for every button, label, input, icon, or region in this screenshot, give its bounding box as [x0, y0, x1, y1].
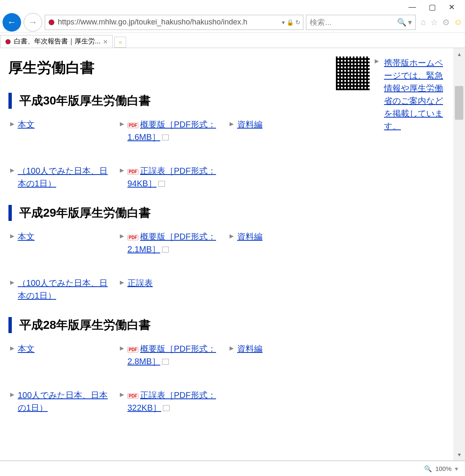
link-grid: ▶本文▶PDF概要版［PDF形式：2.8MB］▶資料編▶100人でみた日本、日本… [10, 342, 441, 414]
search-dropdown-icon[interactable]: ▾ [408, 18, 412, 27]
content-link[interactable]: 正誤表［PDF形式：322KB］ [127, 390, 216, 412]
vertical-scrollbar[interactable]: ▴ ▾ [453, 48, 465, 460]
triangle-icon: ▶ [375, 58, 379, 64]
zoom-dropdown-icon[interactable]: ▾ [455, 465, 458, 473]
search-bar[interactable]: 検索... 🔍 ▾ [306, 15, 416, 30]
pdf-icon: PDF [127, 347, 138, 352]
dropdown-icon[interactable]: ▾ [282, 19, 285, 26]
new-tab-button[interactable]: ▫ [114, 37, 126, 48]
list-item: ▶PDF正誤表［PDF形式：322KB］ [120, 389, 221, 414]
refresh-icon[interactable]: ↻ [295, 19, 300, 26]
list-item: ▶本文 [10, 230, 111, 255]
list-item: ▶PDF概要版［PDF形式：2.1MB］ [120, 230, 221, 255]
home-icon[interactable]: ⌂ [421, 17, 426, 27]
list-item: ▶正誤表 [120, 277, 221, 302]
triangle-icon: ▶ [10, 167, 14, 173]
triangle-icon: ▶ [120, 345, 124, 351]
content-link[interactable]: 概要版［PDF形式：2.1MB］ [127, 232, 216, 254]
new-window-icon [163, 247, 169, 253]
pdf-icon: PDF [127, 169, 138, 175]
new-window-icon [163, 135, 169, 140]
close-tab-icon[interactable]: ✕ [103, 38, 108, 45]
search-icon[interactable]: 🔍 [397, 18, 406, 27]
tab-strip: 白書、年次報告書｜厚生労... ✕ ▫ [0, 33, 465, 48]
content-link[interactable]: 資料編 [237, 120, 262, 129]
list-item: ▶（100人でみた日本、日本の1日） [10, 164, 111, 190]
list-item: ▶PDF正誤表［PDF形式：94KB］ [120, 164, 221, 190]
triangle-icon: ▶ [10, 121, 14, 127]
list-item: ▶本文 [10, 118, 111, 143]
forward-button[interactable]: → [24, 13, 42, 32]
content-link[interactable]: 資料編 [237, 344, 262, 353]
new-window-icon [163, 360, 169, 365]
list-item [230, 389, 331, 414]
content-link[interactable]: 本文 [18, 120, 35, 129]
triangle-icon: ▶ [120, 279, 124, 285]
triangle-icon: ▶ [120, 391, 124, 398]
sidebar-mobile-link: ▶ 携帯版ホームページでは、緊急情報や厚生労働省のご案内などを掲載しています。 [336, 56, 446, 132]
qr-code [336, 56, 370, 90]
scroll-up-icon[interactable]: ▴ [458, 51, 461, 57]
list-item: ▶資料編 [230, 230, 331, 255]
content-link[interactable]: （100人でみた日本、日本の1日） [18, 278, 108, 300]
search-placeholder: 検索... [310, 17, 397, 27]
new-window-icon [159, 182, 165, 187]
active-tab[interactable]: 白書、年次報告書｜厚生労... ✕ [0, 35, 113, 48]
list-item: ▶本文 [10, 342, 111, 368]
pdf-icon: PDF [127, 235, 138, 240]
list-item: ▶PDF概要版［PDF形式：1.6MB］ [120, 118, 221, 143]
triangle-icon: ▶ [120, 167, 124, 173]
section-heading: 平成28年版厚生労働白書 [8, 317, 441, 333]
scroll-down-icon[interactable]: ▾ [458, 451, 461, 458]
close-window-button[interactable]: ✕ [449, 3, 455, 12]
mobile-site-link[interactable]: 携帯版ホームページでは、緊急情報や厚生労働省のご案内などを掲載しています。 [384, 56, 446, 132]
url-text: https://www.mhlw.go.jp/toukei_hakusho/ha… [58, 18, 280, 27]
content-link[interactable]: 本文 [18, 232, 35, 241]
content-link[interactable]: 資料編 [237, 232, 262, 241]
list-item: ▶資料編 [230, 342, 331, 368]
back-button[interactable]: ← [3, 13, 21, 32]
triangle-icon: ▶ [230, 233, 234, 239]
list-item: ▶100人でみた日本、日本の1日） [10, 389, 111, 414]
settings-icon[interactable]: ⚙ [442, 17, 450, 27]
pdf-icon: PDF [127, 123, 138, 128]
zoom-level: 100% [435, 465, 451, 472]
content-link[interactable]: 正誤表［PDF形式：94KB］ [127, 166, 216, 188]
content-link[interactable]: 概要版［PDF形式：2.8MB］ [127, 344, 216, 366]
triangle-icon: ▶ [120, 233, 124, 239]
triangle-icon: ▶ [120, 121, 124, 127]
status-bar: 🔍 100% ▾ [0, 461, 465, 476]
section-heading: 平成29年版厚生労働白書 [8, 205, 441, 221]
site-favicon [48, 19, 55, 26]
feedback-icon[interactable]: ☺ [454, 17, 462, 27]
new-window-icon [164, 406, 170, 411]
list-item: ▶（100人でみた日本、日本の1日） [10, 277, 111, 302]
tab-title: 白書、年次報告書｜厚生労... [14, 37, 100, 46]
list-item: ▶資料編 [230, 118, 331, 143]
minimize-button[interactable]: — [408, 3, 416, 12]
browser-toolbar: ← → https://www.mhlw.go.jp/toukei_hakush… [0, 0, 465, 33]
favorites-icon[interactable]: ☆ [430, 17, 438, 27]
list-item [230, 164, 331, 190]
triangle-icon: ▶ [230, 345, 234, 351]
triangle-icon: ▶ [10, 345, 14, 351]
address-bar[interactable]: https://www.mhlw.go.jp/toukei_hakusho/ha… [45, 15, 303, 30]
triangle-icon: ▶ [10, 391, 14, 398]
scroll-thumb[interactable] [455, 86, 463, 120]
lock-icon: 🔒 [287, 19, 294, 26]
zoom-icon[interactable]: 🔍 [424, 465, 432, 473]
content-link[interactable]: 本文 [18, 344, 35, 353]
triangle-icon: ▶ [10, 279, 14, 285]
content-link[interactable]: （100人でみた日本、日本の1日） [18, 166, 108, 188]
list-item [230, 277, 331, 302]
content-link[interactable]: 正誤表 [127, 278, 153, 288]
triangle-icon: ▶ [10, 233, 14, 239]
pdf-icon: PDF [127, 393, 138, 399]
tab-favicon [5, 38, 11, 45]
link-grid: ▶本文▶PDF概要版［PDF形式：2.1MB］▶資料編▶（100人でみた日本、日… [10, 230, 441, 302]
maximize-button[interactable]: ▢ [429, 3, 436, 12]
content-link[interactable]: 概要版［PDF形式：1.6MB］ [127, 120, 216, 142]
triangle-icon: ▶ [230, 121, 234, 127]
list-item: ▶PDF概要版［PDF形式：2.8MB］ [120, 342, 221, 368]
content-link[interactable]: 100人でみた日本、日本の1日） [18, 390, 108, 412]
